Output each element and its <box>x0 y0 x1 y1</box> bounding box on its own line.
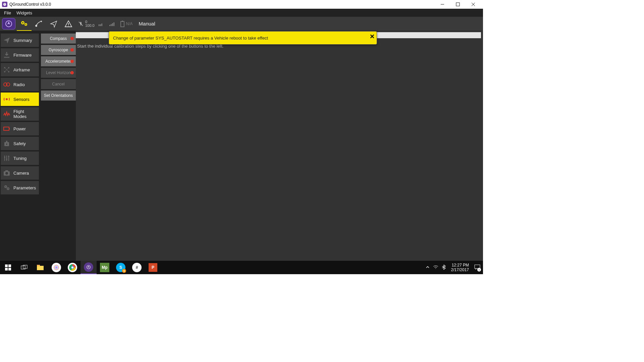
svg-point-9 <box>36 25 37 26</box>
signal-icon <box>107 21 118 26</box>
sidebar-item-label: Camera <box>13 171 29 176</box>
powerpoint-taskbar-icon[interactable]: P <box>145 261 161 274</box>
file-explorer-taskbar-icon[interactable] <box>32 261 48 274</box>
notification-text: Change of parameter SYS_AUTOSTART requir… <box>113 36 268 41</box>
system-clock[interactable]: 12:27 PM 2/17/2017 <box>449 263 471 272</box>
svg-point-11 <box>68 25 69 26</box>
sidebar-item-summary[interactable]: Summary <box>1 34 39 47</box>
svg-point-8 <box>25 24 26 25</box>
svg-rect-34 <box>6 141 7 142</box>
svg-rect-52 <box>5 268 8 270</box>
status-dot-icon <box>70 71 74 74</box>
set-orientations-button[interactable]: Set Orientations <box>41 90 76 101</box>
tray-chevron-icon[interactable] <box>426 265 430 270</box>
home-button[interactable] <box>2 18 15 29</box>
sidebar-item-label: Summary <box>13 38 32 43</box>
tuning-icon <box>3 154 11 162</box>
slack-taskbar-icon[interactable]: # <box>129 261 145 274</box>
svg-rect-56 <box>37 266 44 270</box>
qgroundcontrol-taskbar-icon[interactable] <box>80 261 97 274</box>
wifi-icon[interactable] <box>433 265 438 270</box>
chrome-taskbar-icon[interactable] <box>64 261 80 274</box>
window-minimize-button[interactable] <box>435 0 450 9</box>
battery-label: N/A <box>126 21 133 26</box>
svg-rect-19 <box>113 22 114 26</box>
svg-rect-20 <box>121 21 124 27</box>
itunes-taskbar-icon[interactable] <box>48 261 64 274</box>
sidebar-item-label: Sensors <box>13 97 30 102</box>
clock-date: 2/17/2017 <box>451 267 469 272</box>
sidebar-item-airframe[interactable]: Airframe <box>1 63 39 76</box>
sidebar-item-sensors[interactable]: Sensors <box>1 93 39 106</box>
svg-rect-13 <box>99 24 100 26</box>
cancel-button: Cancel <box>41 79 76 89</box>
svg-rect-45 <box>5 170 8 171</box>
sidebar-item-parameters[interactable]: Parameters <box>1 181 39 194</box>
svg-point-30 <box>6 98 8 100</box>
status-dot-icon <box>70 48 74 52</box>
gps-count: 0 <box>85 20 95 24</box>
sidebar-item-camera[interactable]: Camera <box>1 166 39 180</box>
notification-close-button[interactable]: ✕ <box>370 33 375 40</box>
sidebar-item-label: Tuning <box>13 156 26 161</box>
sidebar-item-tuning[interactable]: Tuning <box>1 152 39 165</box>
waypoint-icon[interactable] <box>32 17 46 31</box>
calibration-button-column: Compass Gyroscope Accelerometer Level Ho… <box>40 31 76 261</box>
sidebar-item-label: Radio <box>13 82 25 87</box>
content-area: Start the individual calibration steps b… <box>76 31 483 261</box>
bluetooth-icon[interactable] <box>442 264 446 271</box>
svg-rect-31 <box>4 127 9 130</box>
sidebar-item-power[interactable]: Power <box>1 122 39 135</box>
sidebar-item-safety[interactable]: Safety <box>1 137 39 150</box>
sidebar-item-firmware[interactable]: Firmware <box>1 48 39 62</box>
window-maximize-button[interactable] <box>450 0 466 9</box>
svg-point-49 <box>8 188 9 189</box>
action-center-icon[interactable]: 1 <box>474 264 480 271</box>
window-titlebar: QGroundControl v3.0.0 <box>0 0 483 9</box>
svg-rect-51 <box>8 264 11 267</box>
skype-taskbar-icon[interactable]: S5 <box>113 261 129 274</box>
gps-hdop: 100.0 <box>85 24 95 27</box>
radio-icon <box>3 80 11 88</box>
warning-icon[interactable] <box>61 17 76 31</box>
download-icon <box>3 51 11 59</box>
flight-mode-label[interactable]: Manual <box>135 21 159 26</box>
app-icon <box>2 2 7 7</box>
setup-gears-icon[interactable] <box>17 17 32 31</box>
power-icon <box>3 125 11 133</box>
sidebar-item-label: Power <box>13 126 26 131</box>
status-dot-icon <box>70 37 74 40</box>
action-center-badge: 1 <box>477 268 481 272</box>
flight-modes-icon <box>3 110 11 118</box>
parameters-icon <box>3 184 11 192</box>
sidebar-item-radio[interactable]: Radio <box>1 78 39 91</box>
menu-file[interactable]: File <box>1 10 14 16</box>
svg-rect-50 <box>5 264 8 267</box>
status-dot-icon <box>70 60 74 63</box>
svg-rect-21 <box>122 21 123 21</box>
svg-rect-17 <box>111 24 112 26</box>
svg-point-48 <box>5 186 6 187</box>
plane-icon[interactable] <box>46 17 61 31</box>
plane-icon <box>3 36 11 44</box>
start-button[interactable] <box>0 261 16 274</box>
svg-rect-15 <box>101 23 102 26</box>
windows-taskbar: Mp S5 # P 12:27 PM 2/17/2017 1 <box>0 261 483 274</box>
compass-button[interactable]: Compass <box>41 34 76 44</box>
svg-point-44 <box>5 172 8 175</box>
window-close-button[interactable] <box>466 0 481 9</box>
camera-icon <box>3 169 11 177</box>
sidebar-item-flight-modes[interactable]: Flight Modes <box>1 107 39 121</box>
setup-sidebar: Summary Firmware Airframe Radio Sensors … <box>0 31 40 261</box>
menubar: File Widgets <box>0 9 483 17</box>
accelerometer-button[interactable]: Accelerometer <box>41 56 76 66</box>
svg-point-40 <box>4 157 5 158</box>
task-view-button[interactable] <box>16 261 32 274</box>
sidebar-item-label: Parameters <box>13 185 36 190</box>
notification-banner: Change of parameter SYS_AUTOSTART requir… <box>109 31 377 45</box>
gyroscope-button[interactable]: Gyroscope <box>41 45 76 55</box>
mission-planner-taskbar-icon[interactable]: Mp <box>97 261 113 274</box>
airframe-icon <box>3 66 11 74</box>
svg-point-42 <box>8 156 9 157</box>
menu-widgets[interactable]: Widgets <box>14 10 35 16</box>
